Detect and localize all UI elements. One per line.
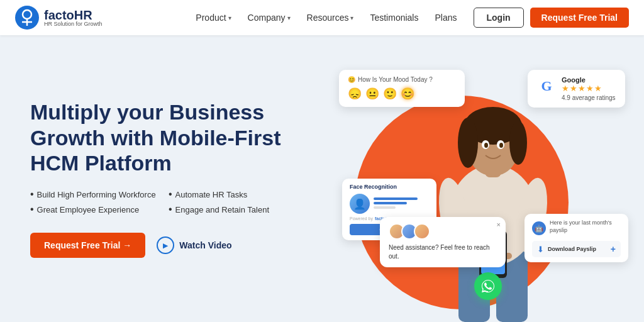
watch-video-button[interactable]: ▶ Watch Video — [157, 236, 231, 254]
nav-testimonials[interactable]: Testimonials — [364, 9, 425, 26]
logo[interactable]: factoHR HR Solution for Growth — [15, 6, 116, 30]
nav-resources[interactable]: Resources ▾ — [301, 9, 360, 26]
download-icon: ⬇ — [537, 245, 544, 254]
logo-text: factoHR HR Solution for Growth — [44, 9, 103, 27]
mood-happy[interactable]: 😊 — [401, 87, 414, 101]
svg-point-0 — [15, 6, 39, 30]
mood-card-title: 😊 How Is Your Mood Today ? — [348, 76, 456, 83]
payslip-message: Here is your last month's payslip — [550, 219, 621, 235]
face-bar-2 — [374, 202, 407, 204]
chat-avatars — [389, 223, 497, 240]
hero-features: Build High Performing Workforce Automate… — [30, 189, 294, 215]
chat-bubble: × Need assistance? Feel free to reach ou… — [380, 217, 506, 267]
nav-company[interactable]: Company ▾ — [242, 9, 297, 26]
brand-tagline: HR Solution for Growth — [44, 21, 103, 27]
bot-icon: 🤖 — [532, 221, 546, 235]
chat-message: Need assistance? Feel free to reach out. — [389, 243, 497, 261]
chat-widget: × Need assistance? Feel free to reach ou… — [380, 217, 506, 300]
request-trial-button-hero[interactable]: Request Free Trial → — [30, 233, 145, 258]
download-payslip-button[interactable]: ⬇ Download Payslip + — [532, 241, 621, 257]
nav-links: Product ▾ Company ▾ Resources ▾ Testimon… — [189, 9, 463, 26]
whatsapp-icon — [480, 279, 496, 294]
chevron-down-icon: ▾ — [228, 14, 231, 21]
svg-point-20 — [499, 143, 503, 148]
mood-neutral[interactable]: 😐 — [365, 87, 379, 101]
mood-sad[interactable]: 😞 — [348, 87, 362, 101]
payslip-top: 🤖 Here is your last month's payslip — [532, 219, 621, 238]
google-stars: ★★★★★ — [562, 84, 616, 93]
payslip-label: Download Payslip — [548, 246, 596, 252]
face-bar-3 — [374, 206, 396, 209]
hero-title: Multiply your Business Growth with Mobil… — [30, 99, 294, 176]
hero-content: Multiply your Business Growth with Mobil… — [30, 99, 294, 258]
svg-point-19 — [484, 143, 488, 148]
google-rating-card: G Google ★★★★★ 4.9 average ratings — [528, 70, 625, 108]
brand-name: factoHR — [44, 9, 103, 21]
chat-avatar-3 — [414, 223, 430, 240]
request-trial-button-nav[interactable]: Request Free Trial — [530, 8, 629, 28]
chevron-down-icon: ▾ — [287, 14, 291, 21]
mood-smile[interactable]: 🙂 — [383, 87, 397, 101]
hero-section: Multiply your Business Growth with Mobil… — [0, 35, 644, 322]
face-bar-1 — [374, 197, 418, 200]
login-button[interactable]: Login — [474, 8, 524, 28]
logo-icon — [15, 6, 39, 30]
feature-4: Engage and Retain Talent — [169, 204, 294, 215]
nav-product[interactable]: Product ▾ — [189, 9, 237, 26]
navbar: factoHR HR Solution for Growth Product ▾… — [0, 0, 644, 35]
svg-point-15 — [458, 118, 478, 168]
close-icon[interactable]: × — [497, 221, 501, 228]
whatsapp-chat-button[interactable] — [474, 272, 502, 300]
feature-2: Automate HR Tasks — [169, 189, 294, 200]
google-logo-icon: G — [536, 76, 557, 96]
plus-icon: + — [611, 244, 616, 254]
google-label: Google — [562, 76, 616, 84]
svg-point-16 — [509, 121, 527, 165]
nav-actions: Login Request Free Trial — [474, 8, 630, 28]
google-rating-text: 4.9 average ratings — [562, 94, 616, 101]
payslip-card: 🤖 Here is your last month's payslip ⬇ Do… — [525, 214, 628, 262]
feature-1: Build High Performing Workforce — [30, 189, 156, 200]
feature-3: Great Employee Experience — [30, 204, 156, 215]
face-recognition-title: Face Recognition — [350, 184, 429, 190]
face-row: 👤 — [350, 194, 429, 214]
nav-plans[interactable]: Plans — [428, 9, 463, 26]
mood-card: 😊 How Is Your Mood Today ? 😞 😐 🙂 😊 — [339, 70, 465, 107]
face-scan-bars — [374, 197, 429, 211]
chevron-down-icon: ▾ — [350, 14, 353, 21]
hero-actions: Request Free Trial → ▶ Watch Video — [30, 233, 294, 258]
google-rating-info: Google ★★★★★ 4.9 average ratings — [562, 76, 616, 101]
play-icon: ▶ — [157, 236, 174, 254]
mood-icons: 😞 😐 🙂 😊 — [348, 87, 456, 101]
face-avatar: 👤 — [350, 194, 370, 214]
